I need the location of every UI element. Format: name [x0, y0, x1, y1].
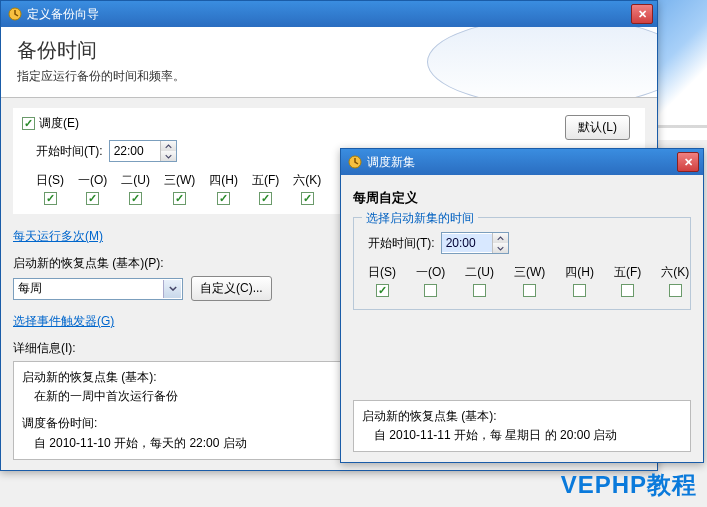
start-time-input[interactable] [442, 234, 492, 252]
day-checkbox[interactable] [173, 192, 186, 205]
day-label: 二(U) [121, 172, 150, 189]
day-label: 六(K) [661, 264, 689, 281]
day-label: 三(W) [514, 264, 545, 281]
close-icon: ✕ [684, 157, 693, 168]
close-icon: ✕ [638, 9, 647, 20]
day-column: 四(H) [209, 172, 238, 205]
day-column: 一(O) [78, 172, 107, 205]
day-column: 一(O) [416, 264, 445, 297]
schedule-new-set-window: 调度新集 ✕ 每周自定义 选择启动新集的时间 开始时间(T): 日(S)一(O)… [340, 148, 704, 463]
day-checkbox[interactable] [376, 284, 389, 297]
day-checkbox[interactable] [573, 284, 586, 297]
titlebar[interactable]: 调度新集 ✕ [341, 149, 703, 175]
close-button[interactable]: ✕ [631, 4, 653, 24]
spinner-up[interactable] [493, 233, 508, 243]
default-button[interactable]: 默认(L) [565, 115, 630, 140]
run-multiple-link[interactable]: 每天运行多次(M) [13, 228, 103, 245]
day-label: 六(K) [293, 172, 321, 189]
window-title: 定义备份向导 [27, 6, 99, 23]
day-label: 五(F) [252, 172, 279, 189]
day-label: 日(S) [36, 172, 64, 189]
schedule-label: 调度(E) [39, 115, 79, 132]
day-column: 二(U) [465, 264, 494, 297]
spinner-down[interactable] [493, 243, 508, 253]
start-time-spinner[interactable] [441, 232, 509, 254]
day-column: 三(W) [514, 264, 545, 297]
day-label: 四(H) [565, 264, 594, 281]
days-row: 日(S)一(O)二(U)三(W)四(H)五(F)六(K) [368, 264, 680, 297]
day-column: 三(W) [164, 172, 195, 205]
day-checkbox[interactable] [424, 284, 437, 297]
day-column: 日(S) [36, 172, 64, 205]
spinner-down[interactable] [161, 151, 176, 161]
day-column: 日(S) [368, 264, 396, 297]
detail-line: 自 2010-11-11 开始，每 星期日 的 20:00 启动 [374, 426, 682, 445]
start-time-label: 开始时间(T): [36, 143, 103, 160]
titlebar[interactable]: 定义备份向导 ✕ [1, 1, 657, 27]
app-icon [347, 154, 363, 170]
day-column: 六(K) [293, 172, 321, 205]
day-checkbox[interactable] [669, 284, 682, 297]
page-title: 备份时间 [17, 37, 641, 64]
day-column: 六(K) [661, 264, 689, 297]
watermark-text: VEPHP教程 [561, 469, 697, 501]
start-time-label: 开始时间(T): [368, 235, 435, 252]
day-checkbox[interactable] [301, 192, 314, 205]
day-label: 一(O) [78, 172, 107, 189]
day-column: 五(F) [252, 172, 279, 205]
day-label: 五(F) [614, 264, 641, 281]
start-time-input[interactable] [110, 142, 160, 160]
time-fieldset: 选择启动新集的时间 开始时间(T): 日(S)一(O)二(U)三(W)四(H)五… [353, 217, 691, 310]
detail-line: 启动新的恢复点集 (基本): [362, 407, 682, 426]
day-checkbox[interactable] [621, 284, 634, 297]
customize-button[interactable]: 自定义(C)... [191, 276, 272, 301]
app-icon [7, 6, 23, 22]
frequency-select[interactable]: 每周 [13, 278, 183, 300]
day-column: 五(F) [614, 264, 641, 297]
day-checkbox[interactable] [129, 192, 142, 205]
fieldset-legend: 选择启动新集的时间 [362, 210, 478, 227]
schedule-checkbox[interactable] [22, 117, 35, 130]
window-title: 调度新集 [367, 154, 415, 171]
day-checkbox[interactable] [217, 192, 230, 205]
details-box: 启动新的恢复点集 (基本): 自 2010-11-11 开始，每 星期日 的 2… [353, 400, 691, 452]
day-checkbox[interactable] [473, 284, 486, 297]
select-value: 每周 [18, 280, 42, 297]
day-label: 日(S) [368, 264, 396, 281]
event-triggers-link[interactable]: 选择事件触发器(G) [13, 313, 114, 330]
sub-window-title: 每周自定义 [353, 189, 691, 207]
spinner-up[interactable] [161, 141, 176, 151]
header-pane: 备份时间 指定应运行备份的时间和频率。 [1, 27, 657, 98]
day-label: 一(O) [416, 264, 445, 281]
day-column: 二(U) [121, 172, 150, 205]
start-time-spinner[interactable] [109, 140, 177, 162]
day-label: 二(U) [465, 264, 494, 281]
chevron-down-icon [163, 280, 181, 298]
day-checkbox[interactable] [259, 192, 272, 205]
close-button[interactable]: ✕ [677, 152, 699, 172]
page-subtitle: 指定应运行备份的时间和频率。 [17, 68, 641, 85]
day-checkbox[interactable] [86, 192, 99, 205]
day-label: 四(H) [209, 172, 238, 189]
day-label: 三(W) [164, 172, 195, 189]
day-checkbox[interactable] [44, 192, 57, 205]
day-checkbox[interactable] [523, 284, 536, 297]
day-column: 四(H) [565, 264, 594, 297]
body-pane: 每周自定义 选择启动新集的时间 开始时间(T): 日(S)一(O)二(U)三(W… [341, 175, 703, 462]
